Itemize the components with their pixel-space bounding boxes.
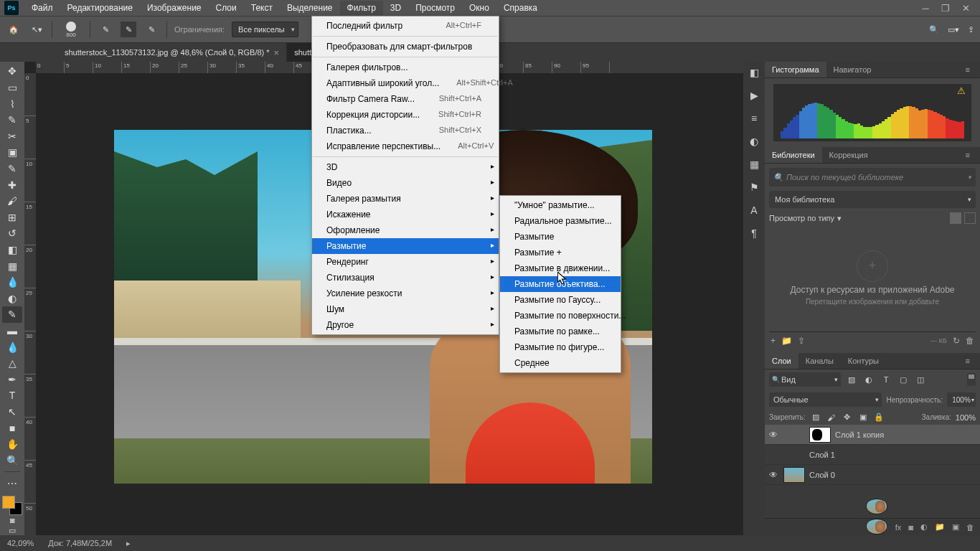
eyedropper-tool[interactable]: ✎ xyxy=(2,161,22,177)
group-icon[interactable]: 📁 xyxy=(935,522,945,532)
menu-Текст[interactable]: Текст xyxy=(244,1,280,15)
move-tool[interactable]: ✥ xyxy=(2,63,22,80)
panel-menu-icon[interactable]: ≡ xyxy=(958,353,977,369)
layer-name[interactable]: Слой 0 xyxy=(809,471,835,479)
gradient-tool[interactable]: ▦ xyxy=(2,258,22,274)
menu-item[interactable]: Искажение xyxy=(312,207,499,222)
library-view-type[interactable]: Просмотр по типу ▾ xyxy=(769,214,842,223)
menu-item[interactable]: Фильтр Camera Raw...Shift+Ctrl+A xyxy=(312,91,499,107)
menu-Просмотр[interactable]: Просмотр xyxy=(408,1,462,15)
panel-icon-swatches[interactable]: ▦ xyxy=(746,156,762,172)
tab-layers[interactable]: Слои xyxy=(765,353,798,369)
gradient-fill-tool[interactable]: ▬ xyxy=(2,323,22,339)
menu-item[interactable]: Галерея фильтров... xyxy=(312,60,499,75)
home-icon[interactable]: 🏠 xyxy=(6,22,22,37)
opacity-input[interactable]: 100% xyxy=(947,392,976,407)
quick-mask-icon[interactable]: ◙ xyxy=(7,515,17,525)
submenu-item[interactable]: Радиальное размытие... xyxy=(500,213,621,229)
color-swatches[interactable] xyxy=(2,496,22,516)
layer-fx-icon[interactable]: fx xyxy=(895,523,902,532)
list-view-icon[interactable] xyxy=(964,212,976,224)
layer-thumbnail[interactable] xyxy=(783,467,805,483)
filter-shape-icon[interactable]: ▢ xyxy=(897,373,910,386)
shape-tool[interactable]: ■ xyxy=(2,420,22,436)
menu-Выделение[interactable]: Выделение xyxy=(280,1,340,15)
menu-item[interactable]: Галерея размытия xyxy=(312,191,499,207)
warning-icon[interactable]: ⚠ xyxy=(957,85,969,97)
layer-mask-thumbnail[interactable] xyxy=(809,427,831,443)
history-brush-tool[interactable]: ↺ xyxy=(2,225,22,242)
menu-item[interactable]: Адаптивный широкий угол...Alt+Shift+Ctrl… xyxy=(312,75,499,91)
layer-filter-dropdown[interactable]: Вид xyxy=(769,372,841,387)
tab-paths[interactable]: Контуры xyxy=(841,353,886,369)
marquee-tool[interactable]: ▭ xyxy=(2,80,22,96)
tab-channels[interactable]: Каналы xyxy=(798,353,841,369)
blend-mode-dropdown[interactable]: Обычные xyxy=(769,392,882,407)
share-icon[interactable]: ⇪ xyxy=(968,25,974,34)
brush-preview[interactable]: 800 xyxy=(60,18,83,41)
lasso-tool[interactable]: ⌇ xyxy=(2,95,22,112)
lock-transparency-icon[interactable]: ▨ xyxy=(810,413,821,422)
menu-Файл[interactable]: Файл xyxy=(24,1,60,15)
tab-navigator[interactable]: Навигатор xyxy=(826,62,879,77)
search-icon[interactable]: 🔍 xyxy=(929,25,939,34)
library-select[interactable]: Моя библиотека xyxy=(769,191,976,208)
menu-item[interactable]: Стилизация xyxy=(312,270,499,286)
fill-input[interactable]: 100% xyxy=(956,413,976,422)
delete-layer-icon[interactable]: 🗑 xyxy=(966,523,974,532)
menu-Слои[interactable]: Слои xyxy=(209,1,244,15)
tool-preset-icon[interactable]: ↖▾ xyxy=(29,22,44,37)
healing-tool[interactable]: ✚ xyxy=(2,176,22,193)
visibility-icon[interactable]: 👁 xyxy=(769,430,779,440)
menu-3D[interactable]: 3D xyxy=(383,1,408,15)
submenu-item[interactable]: Среднее xyxy=(500,355,621,371)
panel-icon-actions[interactable]: ▶ xyxy=(746,88,762,103)
type-tool[interactable]: T xyxy=(2,387,22,404)
lock-position-icon[interactable]: ✥ xyxy=(842,413,853,422)
menu-item[interactable]: Последний фильтрAlt+Ctrl+F xyxy=(312,18,499,34)
menu-item[interactable]: Шум xyxy=(312,301,499,317)
drop-tool[interactable]: 💧 xyxy=(2,339,22,355)
filter-toggle[interactable] xyxy=(967,373,976,386)
submenu-item[interactable]: Размытие по Гауссу... xyxy=(500,292,621,308)
restrict-dropdown[interactable]: Все пикселы xyxy=(232,22,298,37)
submenu-item[interactable]: Размытие по поверхности... xyxy=(500,308,621,324)
panel-menu-icon[interactable]: ≡ xyxy=(958,62,977,77)
close-tab-icon[interactable]: × xyxy=(274,47,280,58)
layer-row[interactable]: Слой 1 xyxy=(765,445,980,465)
filter-type-icon[interactable]: T xyxy=(880,373,892,386)
stamp-tool[interactable]: ⊞ xyxy=(2,209,22,225)
blur-tool[interactable]: 💧 xyxy=(2,274,22,291)
menu-item[interactable]: Пластика...Shift+Ctrl+X xyxy=(312,123,499,138)
layer-name[interactable]: Слой 1 xyxy=(809,451,835,459)
filter-smart-icon[interactable]: ◫ xyxy=(914,373,927,386)
add-asset-icon[interactable]: + xyxy=(771,336,776,346)
brush-tool[interactable]: 🖌 xyxy=(2,193,22,209)
layer-row[interactable]: 👁 Слой 0 xyxy=(765,465,980,485)
submenu-item[interactable]: Размытие xyxy=(500,229,621,245)
menu-Справка[interactable]: Справка xyxy=(496,1,545,15)
layer-mask-icon[interactable]: ◙ xyxy=(908,523,913,532)
layer-row[interactable]: 👁 Слой 1 копия xyxy=(765,425,980,445)
folder-icon[interactable]: 📁 xyxy=(781,336,792,346)
submenu-item[interactable]: "Умное" размытие... xyxy=(500,197,621,213)
zoom-level[interactable]: 42,09% xyxy=(7,539,34,547)
lock-all-icon[interactable]: 🔒 xyxy=(873,413,885,422)
menu-item[interactable]: Преобразовать для смарт-фильтров xyxy=(312,39,499,55)
edit-toolbar-icon[interactable]: ⋯ xyxy=(2,475,22,491)
tab-libraries[interactable]: Библиотеки xyxy=(765,147,822,163)
menu-item[interactable]: Усиление резкости xyxy=(312,286,499,301)
adjustment-layer-icon[interactable]: ◐ xyxy=(920,522,928,532)
menu-item[interactable]: Видео xyxy=(312,175,499,191)
window-restore-icon[interactable]: ❐ xyxy=(936,1,956,15)
sync-icon[interactable]: ↻ xyxy=(953,336,960,346)
crop-tool[interactable]: ✂ xyxy=(2,128,22,144)
trash-icon[interactable]: 🗑 xyxy=(966,336,974,346)
lock-artboard-icon[interactable]: ▣ xyxy=(857,413,869,422)
menu-item[interactable]: 3D xyxy=(312,159,499,175)
submenu-item[interactable]: Размытие по фигуре... xyxy=(500,339,621,355)
panel-icon-type[interactable]: A xyxy=(746,202,762,218)
menu-item[interactable]: Исправление перспективы...Alt+Ctrl+V xyxy=(312,138,499,154)
grid-view-icon[interactable] xyxy=(950,212,961,224)
library-search-input[interactable]: 🔍Поиск по текущей библиотеке xyxy=(769,168,976,187)
